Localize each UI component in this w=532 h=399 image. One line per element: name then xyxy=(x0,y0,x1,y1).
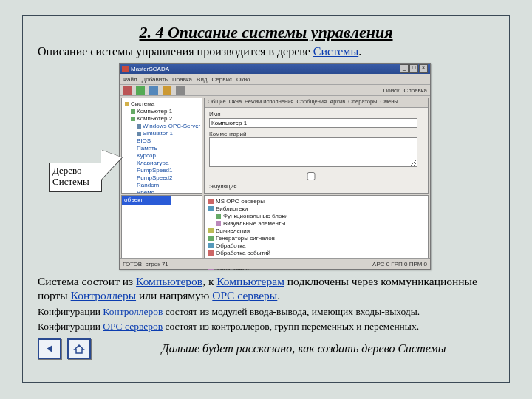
tb-icon[interactable] xyxy=(123,86,132,95)
intro-paragraph: Описание системы управления производится… xyxy=(38,45,494,58)
callout-label: Дерево Системы xyxy=(49,163,102,192)
link-computers[interactable]: Компьютеров xyxy=(136,275,202,287)
screenshot-area: MasterSCADA _ □ × Файл Добавить Правка В… xyxy=(67,63,494,270)
titlebar: MasterSCADA _ □ × xyxy=(120,64,430,74)
menu-item[interactable]: Окно xyxy=(236,76,250,83)
link-controllers[interactable]: Контроллеры xyxy=(71,289,136,301)
prop-tab[interactable]: Операторы xyxy=(348,98,377,107)
app-window: MasterSCADA _ □ × Файл Добавить Правка В… xyxy=(119,63,431,270)
prop-tab[interactable]: Архив xyxy=(330,98,345,107)
window-icon xyxy=(122,66,129,72)
close-button[interactable]: × xyxy=(419,64,428,73)
paragraph-2: Конфигурации Контроллеров состоят из мод… xyxy=(38,306,494,318)
tb-icon[interactable] xyxy=(163,86,171,95)
prev-button[interactable] xyxy=(38,338,61,359)
name-input[interactable] xyxy=(209,118,417,128)
maximize-button[interactable]: □ xyxy=(409,64,418,73)
link-controllers-cfg[interactable]: Контроллеров xyxy=(103,306,163,317)
paragraph-3: Конфигурации OPC серверов состоят из кон… xyxy=(38,321,494,332)
arrow-left-icon xyxy=(44,344,55,354)
prop-tab[interactable]: Сообщения xyxy=(296,98,327,107)
tb-icon[interactable] xyxy=(136,86,145,95)
home-icon xyxy=(73,344,85,354)
comment-input[interactable] xyxy=(209,137,417,167)
svg-marker-1 xyxy=(75,345,83,353)
window-title: MasterSCADA xyxy=(131,66,169,72)
status-left: ГОТОВ, строк 71 xyxy=(123,261,168,267)
toolbar-link-search[interactable]: Поиск xyxy=(383,87,399,94)
comment-label: Комментарий xyxy=(209,131,423,137)
intro-tail: . xyxy=(358,45,361,58)
prop-tab[interactable]: Смены xyxy=(380,98,398,107)
footer-note: Дальше будет рассказано, как создать дер… xyxy=(113,342,494,355)
emulation-checkbox[interactable] xyxy=(209,172,413,180)
svg-marker-0 xyxy=(47,345,52,352)
toolbar: Поиск Справка xyxy=(120,85,430,96)
intro-link-system[interactable]: Системы xyxy=(313,45,358,58)
name-label: Имя xyxy=(209,111,423,117)
paragraph-1: Система состоит из Компьютеров, к Компью… xyxy=(38,274,494,303)
menu-item[interactable]: Добавить xyxy=(142,76,168,83)
properties-panel: Общие Окна Режим исполнения Сообщения Ар… xyxy=(204,98,429,194)
home-button[interactable] xyxy=(67,338,91,359)
menubar: Файл Добавить Правка Вид Сервис Окно xyxy=(120,74,430,85)
link-opc-cfg[interactable]: OPC серверов xyxy=(103,321,163,332)
prop-tab[interactable]: Режим исполнения xyxy=(245,98,293,107)
toolbar-link-help[interactable]: Справка xyxy=(404,87,427,94)
menu-item[interactable]: Сервис xyxy=(212,76,232,83)
statusbar: ГОТОВ, строк 71 АРС 0 ГРП 0 ПРМ 0 xyxy=(120,258,430,269)
tb-icon[interactable] xyxy=(176,86,185,95)
object-header: объект xyxy=(122,196,171,205)
menu-item[interactable]: Правка xyxy=(172,76,192,83)
link-computers2[interactable]: Компьютерам xyxy=(216,275,284,287)
prop-tab[interactable]: Окна xyxy=(229,98,242,107)
menu-item[interactable]: Вид xyxy=(197,76,207,83)
status-right: АРС 0 ГРП 0 ПРМ 0 xyxy=(372,261,427,267)
intro-text: Описание системы управления производится… xyxy=(38,45,313,58)
menu-item[interactable]: Файл xyxy=(123,76,137,83)
tree-panel[interactable]: Система Компьютер 1 Компьютер 2 Windows … xyxy=(121,98,202,194)
page-heading: 2. 4 Описание системы управления xyxy=(38,23,494,42)
tb-icon[interactable] xyxy=(149,86,158,95)
link-opc[interactable]: OPC серверы xyxy=(212,289,277,301)
emulation-label: Эмуляция xyxy=(209,183,236,190)
minimize-button[interactable]: _ xyxy=(400,64,409,73)
prop-tab[interactable]: Общие xyxy=(208,98,226,107)
